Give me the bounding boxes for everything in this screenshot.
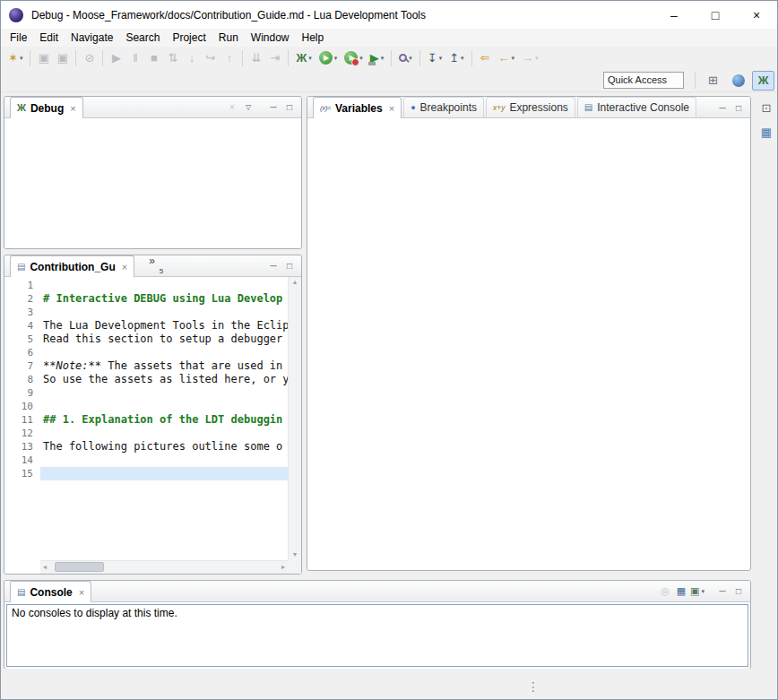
code-line: Read this section to setup a debugger — [40, 333, 288, 346]
tab-interactive-console[interactable]: ▤Interactive Console — [577, 97, 696, 117]
minimized-outline-view-button[interactable]: ▦ — [757, 123, 775, 141]
dropdown-arrow-icon[interactable]: ▾ — [461, 55, 464, 62]
code-segment: # Interactive DEBUG using Lua Develop — [43, 292, 282, 305]
line-number: 6 — [4, 346, 33, 359]
scroll-left-icon[interactable]: ◂ — [43, 564, 47, 571]
menu-project[interactable]: Project — [166, 30, 212, 46]
dropdown-arrow-icon[interactable]: ▾ — [334, 55, 338, 62]
save-all-icon: ▣ — [57, 52, 68, 64]
last-edit-location-button[interactable]: ⇐ — [476, 48, 495, 68]
menu-search[interactable]: Search — [119, 30, 166, 46]
scroll-up-icon[interactable]: ▴ — [293, 279, 297, 286]
dropdown-arrow-icon[interactable]: ▾ — [701, 588, 705, 595]
code-line — [40, 427, 288, 440]
scroll-right-icon[interactable]: ▸ — [281, 564, 285, 571]
horizontal-scrollbar-thumb[interactable] — [55, 562, 104, 572]
restore-minimized-view-button[interactable]: ⊡ — [757, 99, 775, 117]
previous-annotation-button[interactable]: ↥▾ — [445, 48, 467, 68]
line-number: 4 — [4, 319, 33, 333]
minimize-window-button[interactable]: – — [653, 1, 695, 29]
terminate-button: ■ — [144, 48, 163, 68]
dropdown-arrow-icon[interactable]: ▾ — [439, 55, 443, 62]
menu-window[interactable]: Window — [245, 30, 296, 46]
code-line: **Note:** The assets that are used in — [40, 359, 288, 373]
dropdown-arrow-icon[interactable]: ▾ — [308, 55, 312, 62]
debug-perspective-button[interactable]: Ж — [752, 71, 774, 91]
next-annotation-button[interactable]: ↧▾ — [424, 48, 445, 68]
view-menu-button[interactable]: ▽ — [240, 99, 256, 116]
menu-file[interactable]: File — [4, 30, 33, 46]
close-window-button[interactable]: × — [736, 1, 777, 29]
line-number: 8 — [4, 373, 33, 386]
line-number: 2 — [4, 292, 33, 306]
close-tab-icon[interactable]: × — [70, 103, 75, 114]
minimize-button[interactable]: ─ — [714, 583, 730, 600]
code-area[interactable]: # Interactive DEBUG using Lua DevelopThe… — [40, 277, 288, 560]
toolbar-separator — [242, 50, 243, 66]
main-toolbar: ✶▾▣▣⊘▶‖■⇅↓↪↑⇊⇥Ж▾▶▾▶▾▶▾●▾↧▾↥▾⇐←▾→▾ — [1, 47, 777, 69]
maximize-button[interactable]: □ — [730, 583, 747, 600]
variables-view-content — [307, 118, 750, 570]
scroll-down-icon[interactable]: ▾ — [293, 551, 297, 558]
debug-view-controls: ×▽─□ — [224, 97, 298, 117]
drop-to-frame-icon: ⇊ — [251, 52, 261, 64]
code-line — [40, 400, 288, 413]
close-tab-icon[interactable]: × — [389, 103, 394, 114]
dropdown-arrow-icon[interactable]: ▾ — [409, 55, 412, 62]
tab-console[interactable]: ▤ Console × — [10, 581, 91, 602]
line-number: 13 — [4, 440, 33, 454]
last-edit-location-icon: ⇐ — [480, 52, 490, 64]
tab-debug[interactable]: Ж Debug × — [10, 97, 83, 118]
vertical-scrollbar[interactable]: ▴ ▾ — [288, 277, 301, 560]
save-button: ▣ — [34, 48, 53, 68]
ldt-perspective-button[interactable]: ● — [727, 71, 749, 91]
dropdown-arrow-icon[interactable]: ▾ — [512, 55, 515, 62]
code-line: # Interactive DEBUG using Lua Develop — [40, 292, 288, 306]
variables-view-controls: ─□ — [705, 98, 747, 118]
tab-expressions[interactable]: x+yExpressions — [486, 97, 575, 117]
variables-tabbar: (x)=Variables×●Breakpointsx+yExpressions… — [307, 97, 750, 118]
search-button[interactable]: ●▾ — [395, 48, 416, 68]
code-segment: Read this section to setup a debugger — [43, 333, 282, 345]
menu-help[interactable]: Help — [296, 30, 331, 46]
editor-tab-overflow-button[interactable]: » 5 — [147, 256, 163, 274]
maximize-icon: □ — [736, 104, 741, 113]
dropdown-arrow-icon[interactable]: ▾ — [359, 55, 363, 62]
line-number: 5 — [4, 333, 33, 346]
application-window: Debug - Moose_Framework/docs/Contributio… — [0, 0, 778, 700]
code-segment: The following pictures outline some o — [43, 440, 282, 453]
debug-button[interactable]: Ж▾ — [292, 48, 315, 68]
dropdown-arrow-icon[interactable]: ▾ — [381, 55, 385, 62]
sash-grip[interactable]: ⋮ — [528, 674, 539, 699]
quick-access-input[interactable]: Quick Access — [603, 72, 684, 89]
restore-minimized-view-icon: ⊡ — [762, 101, 772, 115]
maximize-window-button[interactable]: □ — [695, 1, 736, 29]
toolbar-separator — [419, 50, 420, 66]
new-wizard-button[interactable]: ✶▾ — [4, 48, 26, 68]
back-button[interactable]: ←▾ — [495, 48, 519, 68]
close-tab-icon[interactable]: × — [79, 587, 84, 598]
dropdown-arrow-icon[interactable]: ▾ — [20, 55, 23, 62]
tab-breakpoints[interactable]: ●Breakpoints — [403, 97, 484, 117]
run-button[interactable]: ▶▾ — [316, 48, 341, 68]
tab-variables[interactable]: (x)=Variables× — [313, 97, 402, 118]
close-tab-icon[interactable]: × — [122, 262, 127, 272]
coverage-button[interactable]: ▶▾ — [341, 48, 367, 68]
open-perspective-button[interactable]: ⊞ — [702, 71, 724, 91]
tab-contribution-guide[interactable]: ▤ Contribution_Gu × — [10, 255, 134, 277]
minimize-button[interactable]: ─ — [265, 258, 281, 274]
debug-view-tabbar: Ж Debug × ×▽─□ — [4, 97, 301, 118]
maximize-button[interactable]: □ — [281, 258, 298, 274]
menu-run[interactable]: Run — [212, 30, 245, 46]
menu-edit[interactable]: Edit — [33, 30, 65, 46]
menu-navigate[interactable]: Navigate — [65, 30, 119, 46]
minimize-button[interactable]: ─ — [714, 100, 730, 117]
external-tools-button[interactable]: ▶▾ — [367, 48, 388, 68]
debug-view-content — [4, 118, 301, 248]
minimize-button[interactable]: ─ — [265, 99, 281, 116]
maximize-button[interactable]: □ — [281, 99, 298, 116]
open-console-button[interactable]: ▣▾ — [689, 583, 705, 600]
maximize-button[interactable]: □ — [730, 100, 747, 117]
display-selected-console-button[interactable]: ▦ — [673, 583, 689, 600]
code-line — [40, 346, 288, 359]
